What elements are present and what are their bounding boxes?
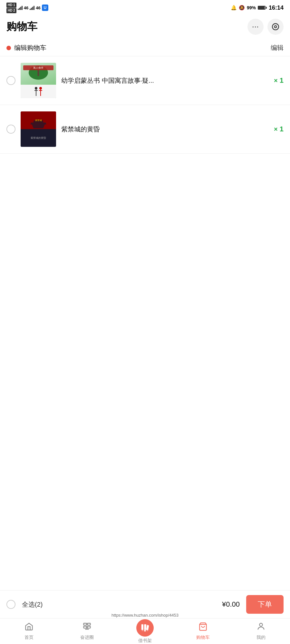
svg-rect-10 — [146, 625, 149, 630]
signal-bars-4g — [18, 5, 23, 10]
tab-cart[interactable]: 购物车 — [174, 619, 232, 644]
qty-num-1: 1 — [280, 76, 284, 85]
tab-mine[interactable]: 我的 — [232, 619, 290, 644]
svg-rect-5 — [87, 626, 90, 628]
signal-secondary-label: 46 — [36, 5, 40, 10]
svg-point-13 — [259, 623, 262, 626]
select-all-checkbox[interactable] — [6, 600, 15, 609]
tab-cart-label: 购物车 — [196, 635, 210, 640]
tab-community[interactable]: 奋进圈 — [58, 619, 116, 644]
cart-item: 寓人偷斧 — [0, 56, 290, 105]
header-actions: ··· — [247, 19, 284, 35]
item-name-1: 幼学启蒙丛书 中国寓言故事·疑... — [61, 76, 269, 85]
tab-home[interactable]: 首页 — [0, 619, 58, 644]
item-info-2: 紫禁城的黄昏 — [61, 124, 269, 134]
battery-percent: 99% — [247, 5, 256, 10]
item-image-1: 寓人偷斧 — [21, 63, 56, 98]
mine-icon — [256, 622, 266, 633]
svg-rect-3 — [87, 623, 90, 625]
item-image-2: 紫禁城 紫禁城的黄昏 — [21, 111, 56, 147]
svg-rect-9 — [144, 624, 146, 630]
home-icon — [24, 622, 34, 633]
svg-point-0 — [272, 24, 279, 30]
hd2-badge: HD 2 — [6, 8, 16, 13]
scan-button[interactable] — [267, 19, 284, 35]
bottom-action-bar: 全选(2) ¥0.00 下单 — [0, 590, 290, 618]
item-checkbox-1[interactable] — [6, 76, 15, 85]
status-bar: HD 1 HD 2 46 46 U 🔔 🔕 99% 16:14 — [0, 0, 290, 15]
cover2-bottom: 紫禁城的黄昏 — [21, 129, 56, 147]
cart-icon — [198, 622, 208, 633]
svg-rect-8 — [141, 624, 143, 630]
select-all-label: 全选(2) — [22, 600, 43, 609]
more-button[interactable]: ··· — [247, 19, 264, 35]
status-right: 🔔 🔕 99% 16:14 — [231, 5, 284, 11]
qty-x-icon-1: × — [274, 77, 278, 84]
book-cover-2: 紫禁城 紫禁城的黄昏 — [21, 111, 56, 147]
qty-num-2: 1 — [280, 125, 284, 133]
tab-borrow-label: 借书架 — [138, 638, 152, 644]
svg-point-1 — [275, 26, 277, 28]
community-icon — [82, 622, 92, 633]
battery-icon — [258, 6, 267, 10]
checkout-button[interactable]: 下单 — [246, 595, 284, 614]
item-quantity-2: × 1 — [274, 125, 284, 133]
tab-home-label: 首页 — [24, 635, 34, 640]
svg-rect-4 — [84, 626, 87, 628]
signal-4g-label: 46 — [24, 5, 28, 10]
alarm-icon: 🔔 — [231, 5, 237, 11]
item-quantity-1: × 1 — [274, 76, 284, 85]
edit-bar: 编辑购物车 编辑 — [0, 40, 290, 56]
scan-icon — [271, 23, 280, 31]
book-cover-1: 寓人偷斧 — [21, 63, 56, 98]
item-checkbox-2[interactable] — [6, 125, 15, 134]
tab-borrow[interactable]: 借书架 — [116, 619, 174, 644]
cart-list: 寓人偷斧 — [0, 56, 290, 154]
borrow-center-icon — [136, 619, 154, 637]
cart-section-title: 编辑购物车 — [14, 43, 46, 52]
tab-bar: 首页 奋进圈 借书架 — [0, 618, 290, 644]
svg-rect-2 — [84, 623, 87, 625]
cover2-top: 紫禁城 — [21, 111, 56, 129]
edit-button[interactable]: 编辑 — [271, 43, 284, 52]
u-app-icon: U — [42, 5, 48, 11]
tab-community-label: 奋进圈 — [80, 635, 94, 640]
signal-bars-secondary — [30, 5, 34, 10]
svg-point-11 — [144, 630, 146, 631]
red-dot-icon — [6, 46, 11, 50]
cart-item: 紫禁城 紫禁城的黄昏 紫禁城的黄昏 × 1 — [0, 105, 290, 154]
edit-bar-left: 编辑购物车 — [6, 43, 46, 52]
item-info-1: 幼学启蒙丛书 中国寓言故事·疑... — [61, 76, 269, 85]
clock-time: 16:14 — [269, 5, 284, 11]
status-left: HD 1 HD 2 46 46 U — [6, 3, 48, 13]
page-title: 购物车 — [6, 20, 37, 34]
hd1-badge: HD 1 — [6, 3, 16, 8]
mute-icon: 🔕 — [239, 5, 245, 11]
total-price: ¥0.00 — [222, 600, 240, 609]
page-header: 购物车 ··· — [0, 15, 290, 40]
item-name-2: 紫禁城的黄昏 — [61, 124, 269, 134]
qty-x-icon-2: × — [274, 126, 278, 133]
tab-mine-label: 我的 — [256, 635, 266, 640]
empty-space — [0, 154, 290, 443]
